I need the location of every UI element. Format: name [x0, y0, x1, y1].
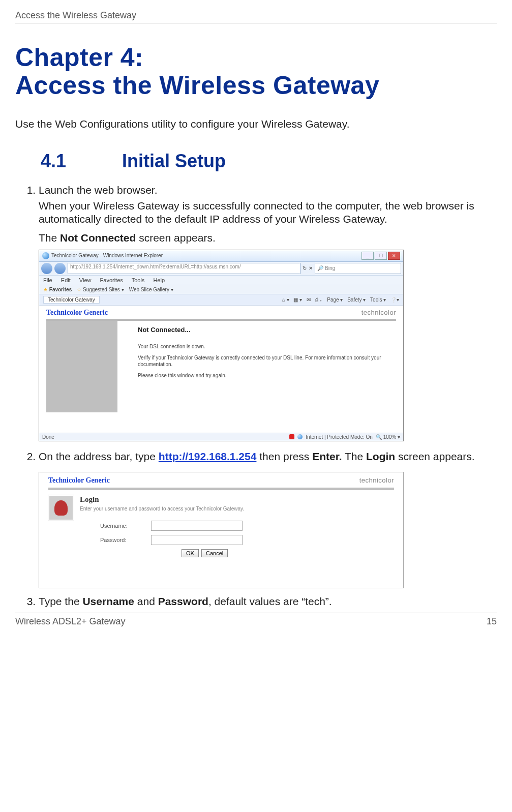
gateway-url-link[interactable]: http://192.168.1.254 — [159, 450, 257, 462]
help-icon[interactable]: ❔▾ — [390, 297, 399, 303]
globe-icon — [297, 434, 303, 439]
refresh-button[interactable]: ↻ — [303, 265, 307, 271]
page-footer: Wireless ADSL2+ Gateway 15 — [15, 613, 497, 635]
ie-icon — [42, 252, 49, 259]
gateway-brand: Technicolor Generic — [48, 476, 110, 485]
close-button[interactable]: ✕ — [388, 252, 400, 260]
ok-button[interactable]: OK — [182, 549, 199, 557]
password-input[interactable] — [151, 535, 243, 545]
stop-button[interactable]: ✕ — [309, 265, 313, 271]
menu-help[interactable]: Help — [153, 277, 165, 283]
sidebar-placeholder — [46, 321, 117, 412]
star-icon: ☆ — [77, 287, 81, 292]
menu-view[interactable]: View — [79, 277, 92, 283]
safety-menu[interactable]: Safety ▾ — [347, 297, 366, 303]
maximize-button[interactable]: ☐ — [375, 252, 387, 260]
footer-left: Wireless ADSL2+ Gateway — [15, 616, 126, 627]
zoom-control[interactable]: 🔍 100% ▾ — [376, 434, 400, 440]
favorites-label[interactable]: Favorites — [49, 287, 72, 292]
username-input[interactable] — [151, 521, 243, 531]
technicolor-logo: technicolor — [362, 309, 396, 316]
nav-toolbar: http://192.168.1.254/internet_down.html?… — [39, 262, 403, 276]
suggested-sites[interactable]: Suggested Sites ▾ — [83, 287, 124, 292]
gateway-brand: Technicolor Generic — [46, 309, 108, 317]
not-connected-heading: Not Connected... — [138, 326, 391, 334]
login-heading: Login — [80, 495, 244, 504]
chapter-number: Chapter 4: — [15, 43, 143, 72]
step-1: Launch the web browser. When your Wirele… — [39, 184, 497, 441]
menu-edit[interactable]: Edit — [61, 277, 71, 283]
star-icon: ★ — [43, 287, 48, 292]
feeds-icon[interactable]: ▦ ▾ — [293, 297, 302, 303]
browser-tab[interactable]: Technicolor Gateway — [43, 296, 100, 304]
menu-bar: File Edit View Favorites Tools Help — [39, 276, 403, 285]
tools-menu[interactable]: Tools ▾ — [370, 297, 386, 303]
section-name: Initial Setup — [122, 151, 226, 171]
technicolor-logo: technicolor — [359, 476, 394, 484]
menu-favorites[interactable]: Favorites — [100, 277, 123, 283]
menu-file[interactable]: File — [43, 277, 52, 283]
chapter-title: Chapter 4: Access the Wireless Gateway — [15, 44, 497, 100]
mail-icon[interactable]: ✉ — [307, 297, 311, 303]
address-bar[interactable]: http://192.168.1.254/internet_down.html?… — [68, 263, 300, 274]
screenshot-login: Technicolor Generic technicolor Login En… — [39, 472, 404, 588]
menu-tools[interactable]: Tools — [132, 277, 145, 283]
section-heading: 4.1 Initial Setup — [41, 151, 497, 172]
search-box[interactable]: 🔎 Bing — [315, 263, 401, 274]
step-1-para2: The Not Connected screen appears. — [39, 231, 497, 245]
minimize-button[interactable]: _ — [362, 252, 374, 260]
favorites-bar: ★ Favorites ☆ Suggested Sites ▾ Web Slic… — [39, 285, 403, 294]
chapter-intro: Use the Web Configurations utility to co… — [15, 118, 497, 130]
search-engine-label: Bing — [325, 265, 335, 271]
chapter-name: Access the Wireless Gateway — [15, 71, 379, 100]
page-content: Technicolor Generic technicolor Not Conn… — [39, 306, 403, 433]
login-hint: Enter your username and password to acce… — [80, 506, 244, 512]
print-icon[interactable]: ⎙ ▾ — [315, 297, 323, 303]
step-2: On the address bar, type http://192.168.… — [39, 450, 497, 588]
forward-button[interactable] — [54, 263, 66, 274]
page-number: 15 — [487, 616, 497, 627]
web-slice-gallery[interactable]: Web Slice Gallery ▾ — [129, 287, 173, 292]
protected-mode-label: Internet | Protected Mode: On — [306, 434, 373, 440]
password-label: Password: — [80, 537, 151, 543]
step-list: Launch the web browser. When your Wirele… — [15, 184, 497, 608]
nc-line1: Your DSL connection is down. — [138, 344, 391, 350]
step-1-text: Launch the web browser. — [39, 184, 157, 196]
back-button[interactable] — [41, 263, 52, 274]
bing-icon: 🔎 — [317, 265, 323, 271]
screenshot-not-connected: Technicolor Gateway - Windows Internet E… — [39, 250, 404, 441]
username-label: Username: — [80, 523, 151, 529]
nc-line2: Verify if your Technicolor Gateway is co… — [138, 355, 391, 368]
section-number: 4.1 — [41, 151, 117, 172]
divider — [48, 488, 394, 490]
step-3: Type the Username and Password, default … — [39, 595, 497, 608]
command-bar: ⌂ ▾ ▦ ▾ ✉ ⎙ ▾ Page ▾ Safety ▾ Tools ▾ ❔▾ — [279, 297, 399, 303]
window-titlebar: Technicolor Gateway - Windows Internet E… — [39, 250, 403, 262]
tab-bar: Technicolor Gateway ⌂ ▾ ▦ ▾ ✉ ⎙ ▾ Page ▾… — [39, 294, 403, 306]
status-bar: Done Internet | Protected Mode: On 🔍 100… — [39, 433, 403, 441]
shield-icon — [289, 434, 294, 439]
window-title: Technicolor Gateway - Windows Internet E… — [51, 253, 163, 258]
running-header: Access the Wireless Gateway — [15, 10, 497, 23]
user-avatar-icon — [48, 495, 74, 521]
nc-line3: Please close this window and try again. — [138, 373, 391, 379]
status-left: Done — [42, 434, 54, 440]
page-menu[interactable]: Page ▾ — [327, 297, 343, 303]
home-icon[interactable]: ⌂ ▾ — [282, 297, 289, 303]
step-1-para1: When your Wireless Gateway is successful… — [39, 199, 497, 226]
cancel-button[interactable]: Cancel — [201, 549, 228, 557]
